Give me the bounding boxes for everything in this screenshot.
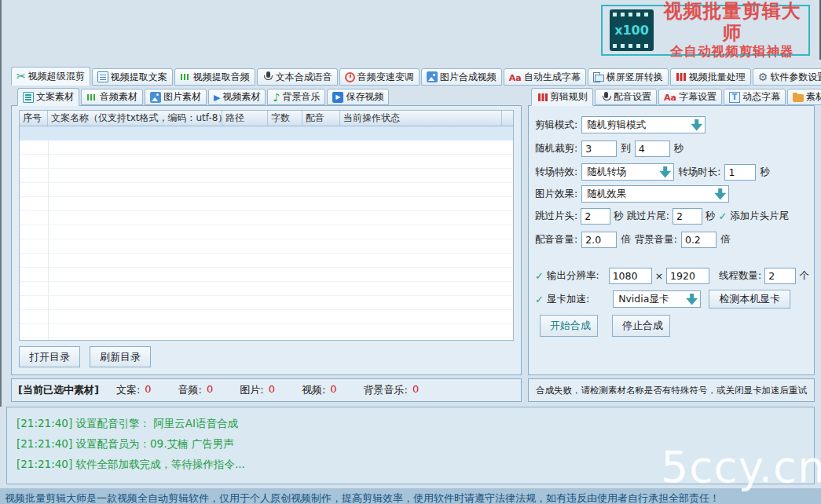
transition-select[interactable]: 随机转场	[581, 163, 674, 181]
mtab-save-video[interactable]: 保存视频	[327, 89, 389, 105]
mtab-audio-material[interactable]: 音频素材	[81, 89, 143, 105]
microphone-icon	[262, 71, 273, 82]
tab-video-extract-text[interactable]: 视频提取文案	[92, 68, 173, 86]
add-head-tail-checkbox[interactable]	[718, 210, 727, 222]
col-index[interactable]: 序号	[20, 111, 48, 126]
film-strip-icon: x100	[610, 9, 654, 51]
gpu-label: 显卡加速:	[547, 293, 589, 306]
col-dub[interactable]: 配音	[302, 111, 340, 126]
detect-gpu-button[interactable]: 检测本机显卡	[709, 290, 790, 309]
selection-status-title: [当前已选中素材]	[18, 383, 99, 397]
status-image-count: 0	[269, 383, 275, 397]
merge-failure-notice: 合成失败，请检测素材名称是否有特殊符号，或关闭显卡加速后重试	[528, 378, 815, 402]
tab-video-super-mix[interactable]: 视频超级混剪	[11, 67, 90, 86]
tab-image-to-video[interactable]: 图片合成视频	[421, 68, 502, 86]
status-video-label: 视频:	[302, 383, 325, 397]
random-crop-label: 随机裁剪:	[535, 142, 577, 155]
col-status[interactable]: 当前操作状态	[340, 111, 502, 126]
folder-icon	[793, 94, 804, 102]
col-name[interactable]: 文案名称（仅支持txt格式，编码：utf-8）	[48, 111, 222, 126]
app-logo: x100 视频批量剪辑大师 全自动视频剪辑神器	[601, 5, 810, 56]
random-crop-from-input[interactable]	[581, 141, 617, 157]
open-directory-button[interactable]: 打开目录	[19, 346, 80, 367]
dub-volume-label: 配音音量:	[535, 233, 577, 247]
gpu-checkbox[interactable]	[535, 294, 544, 305]
footer-disclaimer: 视频批量剪辑大师是一款视频全自动剪辑软件，仅用于个人原创视频制作，提高剪辑效率，…	[0, 488, 821, 504]
log-entry: [21:21:40] 设置配音引擎： 阿里云AI语音合成	[16, 413, 805, 433]
resolution-height-input[interactable]	[666, 268, 709, 284]
dropdown-arrow-icon	[714, 188, 726, 200]
document-icon	[23, 92, 34, 103]
bg-volume-input[interactable]	[681, 232, 717, 248]
log-entry: [21:21:40] 设置配音员为：09.艾楠 广告男声	[16, 433, 805, 454]
threads-input[interactable]	[764, 268, 796, 284]
status-audio-label: 音频:	[178, 383, 202, 397]
tab-software-settings[interactable]: 软件参数设置	[753, 68, 821, 86]
tab-text-to-speech[interactable]: 文本合成语音	[257, 68, 338, 86]
add-head-tail-label: 添加片头片尾	[730, 210, 789, 223]
clip-mode-select[interactable]: 随机剪辑模式	[581, 116, 706, 133]
skip-head-input[interactable]	[581, 208, 610, 225]
seconds-unit: 秒	[674, 142, 684, 155]
logo-title: 视频批量剪辑大师	[663, 1, 801, 44]
dub-volume-input[interactable]	[581, 232, 617, 248]
volume-unit: 倍	[720, 233, 731, 247]
skip-tail-input[interactable]	[673, 208, 702, 225]
skip-tail-label: 跳过片尾:	[627, 210, 669, 223]
music-note-icon	[273, 92, 280, 103]
mtab-image-material[interactable]: 图片素材	[145, 89, 207, 105]
empty-selected-row	[20, 126, 513, 141]
stop-merge-button[interactable]: 停止合成	[612, 315, 670, 337]
logo-badge: x100	[614, 23, 649, 38]
resolution-width-input[interactable]	[609, 268, 652, 284]
rtab-dub-settings[interactable]: 配音设置	[595, 89, 657, 105]
random-crop-to-label: 到	[621, 142, 631, 155]
selection-status-bar: [当前已选中素材] 文案:0 音频:0 图片:0 视频:0 背景音乐:0	[11, 378, 522, 402]
settings-panel: 剪辑模式: 随机剪辑模式 随机裁剪: 到 秒 转场特效: 随机转场 转场时长: …	[528, 105, 815, 375]
gpu-select[interactable]: Nvidia显卡	[613, 290, 701, 308]
image-effect-select[interactable]: 随机效果	[581, 185, 729, 203]
transition-duration-label: 转场时长:	[678, 166, 720, 179]
resolution-label: 输出分辨率:	[547, 269, 599, 283]
status-audio-count: 0	[207, 383, 213, 397]
tab-video-extract-audio[interactable]: 视频提取音频	[174, 68, 255, 86]
threads-label: 线程数量:	[719, 269, 761, 283]
font-aa-icon	[509, 72, 522, 82]
random-crop-to-input[interactable]	[635, 141, 670, 157]
mtab-video-material[interactable]: 视频素材	[208, 89, 266, 105]
col-word-count[interactable]: 字数	[268, 111, 302, 126]
image-icon	[427, 71, 438, 82]
tab-audio-speed-pitch[interactable]: 音频变速变调	[339, 68, 420, 86]
audio-wave-icon	[86, 92, 97, 103]
material-panel: 序号 文案名称（仅支持txt格式，编码：utf-8） 路径 字数 配音 当前操作…	[11, 105, 522, 375]
document-icon	[97, 71, 108, 82]
rtab-dynamic-subtitle[interactable]: 动态字幕	[724, 89, 786, 105]
rtab-material-directory[interactable]: 素材目录	[787, 89, 821, 105]
status-bgm-label: 背景音乐:	[364, 383, 408, 397]
table-header: 序号 文案名称（仅支持txt格式，编码：utf-8） 路径 字数 配音 当前操作…	[20, 111, 513, 126]
main-tab-bar: 视频超级混剪 视频提取文案 视频提取音频 文本合成语音 音频变速变调 图片合成视…	[11, 67, 821, 86]
batch-bars-icon	[537, 92, 548, 103]
col-path[interactable]: 路径	[222, 111, 268, 126]
transition-duration-input[interactable]	[724, 164, 756, 181]
dropdown-arrow-icon	[691, 119, 702, 131]
transition-label: 转场特效:	[535, 166, 577, 179]
refresh-directory-button[interactable]: 刷新目录	[90, 346, 151, 367]
mtab-text-material[interactable]: 文案素材	[17, 88, 79, 106]
rtab-subtitle-settings[interactable]: 字幕设置	[658, 89, 722, 105]
tab-screen-rotate[interactable]: 横屏竖屏转换	[588, 68, 669, 86]
audio-wave-icon	[180, 71, 191, 82]
tab-video-batch-process[interactable]: 视频批量处理	[670, 68, 751, 86]
gear-icon	[758, 71, 768, 82]
resolution-checkbox[interactable]	[535, 270, 544, 282]
tab-auto-subtitle[interactable]: 自动生成字幕	[504, 68, 586, 86]
material-table: 序号 文案名称（仅支持txt格式，编码：utf-8） 路径 字数 配音 当前操作…	[19, 110, 514, 341]
font-aa-icon	[664, 92, 676, 102]
start-merge-button[interactable]: 开始合成	[540, 315, 598, 337]
play-icon	[214, 92, 220, 102]
rtab-clip-rules[interactable]: 剪辑规则	[531, 88, 593, 106]
mtab-background-music[interactable]: 背景音乐	[267, 89, 325, 105]
resolution-times: ×	[655, 270, 663, 282]
scissors-icon	[16, 71, 26, 82]
seconds-unit: 秒	[760, 166, 770, 179]
